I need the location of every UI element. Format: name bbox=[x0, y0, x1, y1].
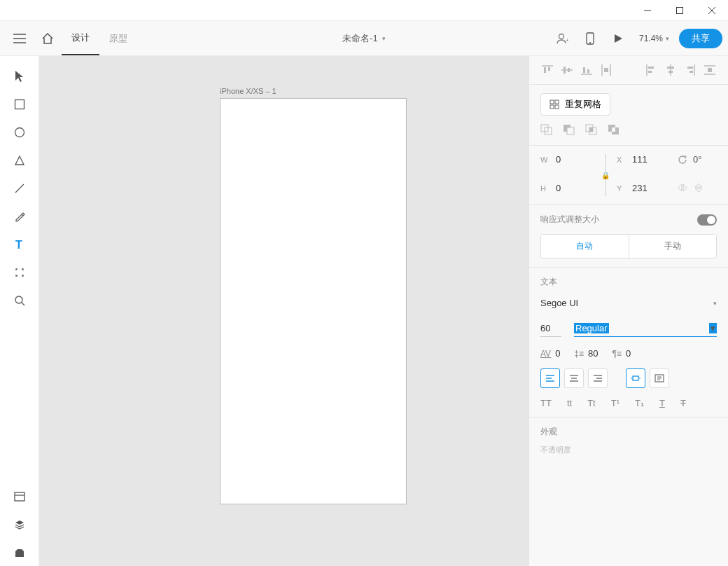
svg-rect-66 bbox=[633, 376, 638, 380]
width-input[interactable] bbox=[556, 154, 584, 165]
design-canvas[interactable]: iPhone X/XS – 1 bbox=[39, 56, 528, 566]
line-tool[interactable] bbox=[6, 175, 34, 202]
height-label: H bbox=[540, 184, 552, 193]
window-close-button[interactable] bbox=[696, 0, 728, 21]
appearance-label: 外观 bbox=[540, 426, 717, 438]
text-tool[interactable]: T bbox=[6, 231, 34, 258]
align-bottom-icon[interactable] bbox=[580, 63, 594, 77]
appearance-section: 外观 不透明度 bbox=[529, 417, 728, 455]
assets-panel-button[interactable] bbox=[6, 483, 34, 510]
geometry-section: W H 🔒 X bbox=[529, 146, 728, 205]
window-minimize-button[interactable] bbox=[631, 0, 664, 21]
paragraph-spacing-value: 0 bbox=[626, 348, 631, 359]
rotation-input[interactable] bbox=[693, 154, 710, 165]
pen-tool[interactable] bbox=[6, 203, 34, 230]
polygon-tool[interactable] bbox=[6, 147, 34, 174]
chevron-down-icon: ▾ bbox=[666, 35, 669, 42]
paragraph-spacing-icon: ¶≡ bbox=[612, 349, 622, 359]
flip-h-icon[interactable] bbox=[678, 184, 687, 192]
plugins-panel-button[interactable] bbox=[6, 539, 34, 566]
rotate-icon[interactable] bbox=[678, 155, 687, 165]
menu-button[interactable] bbox=[6, 25, 34, 53]
align-right-icon[interactable] bbox=[683, 63, 697, 77]
zoom-tool[interactable] bbox=[6, 287, 34, 314]
align-top-icon[interactable] bbox=[540, 63, 554, 77]
boolean-add-icon[interactable] bbox=[540, 124, 554, 137]
font-weight-select[interactable]: Regular ▾ bbox=[574, 322, 717, 337]
text-align-right-button[interactable] bbox=[588, 368, 608, 388]
responsive-auto-button[interactable]: 自动 bbox=[541, 235, 629, 258]
y-input[interactable] bbox=[632, 183, 660, 193]
tab-design[interactable]: 设计 bbox=[62, 22, 99, 55]
boolean-exclude-icon[interactable] bbox=[608, 124, 622, 137]
rectangle-tool[interactable] bbox=[6, 91, 34, 118]
font-size-input[interactable] bbox=[540, 323, 561, 337]
tab-prototype[interactable]: 原型 bbox=[99, 22, 137, 55]
responsive-toggle[interactable] bbox=[697, 214, 717, 226]
distribute-h-icon[interactable] bbox=[703, 63, 717, 77]
artboard[interactable] bbox=[220, 98, 407, 504]
play-preview-button[interactable] bbox=[607, 27, 629, 50]
lock-aspect-button[interactable]: 🔒 bbox=[601, 154, 610, 196]
text-autowidth-button[interactable] bbox=[626, 368, 645, 388]
invite-user-button[interactable]: + bbox=[551, 27, 573, 50]
x-label: X bbox=[617, 156, 628, 164]
distribute-v-icon[interactable] bbox=[599, 63, 613, 77]
svg-rect-24 bbox=[568, 68, 570, 72]
x-input[interactable] bbox=[632, 154, 660, 165]
text-align-left-button[interactable] bbox=[540, 368, 560, 388]
svg-rect-35 bbox=[667, 67, 674, 69]
svg-rect-17 bbox=[15, 492, 24, 501]
home-button[interactable] bbox=[34, 25, 62, 53]
underline-button[interactable]: T bbox=[659, 398, 665, 408]
svg-rect-21 bbox=[548, 67, 550, 71]
text-fixedsize-button[interactable] bbox=[650, 368, 669, 388]
align-left-icon[interactable] bbox=[644, 63, 658, 77]
layers-panel-button[interactable] bbox=[6, 511, 34, 538]
char-spacing-input[interactable]: AV 0 bbox=[540, 348, 560, 359]
width-label: W bbox=[540, 156, 552, 164]
svg-rect-33 bbox=[648, 71, 652, 73]
strikethrough-button[interactable]: T bbox=[680, 398, 686, 408]
select-tool[interactable] bbox=[6, 63, 34, 90]
text-align-center-button[interactable] bbox=[564, 368, 584, 388]
document-title[interactable]: 未命名-1 ▾ bbox=[342, 32, 386, 45]
line-spacing-input[interactable]: ‡≡ 80 bbox=[574, 348, 598, 359]
svg-line-16 bbox=[22, 303, 24, 305]
align-vcenter-icon[interactable] bbox=[560, 63, 574, 77]
font-family-select[interactable]: Segoe UI ▾ bbox=[540, 295, 717, 312]
zoom-value: 71.4% bbox=[639, 34, 663, 43]
zoom-control[interactable]: 71.4% ▾ bbox=[635, 34, 673, 43]
window-maximize-button[interactable] bbox=[664, 0, 696, 21]
boolean-subtract-icon[interactable] bbox=[563, 124, 577, 137]
boolean-intersect-icon[interactable] bbox=[585, 124, 599, 137]
titlecase-button[interactable]: Tt bbox=[587, 398, 596, 408]
artboard-tool[interactable] bbox=[6, 259, 34, 286]
subscript-button[interactable]: T₁ bbox=[635, 398, 644, 408]
lowercase-button[interactable]: tt bbox=[567, 398, 572, 408]
paragraph-spacing-input[interactable]: ¶≡ 0 bbox=[612, 348, 631, 359]
svg-rect-46 bbox=[555, 105, 559, 109]
repeat-grid-button[interactable]: 重复网格 bbox=[540, 93, 610, 116]
font-weight-value: Regular bbox=[574, 323, 609, 333]
device-preview-button[interactable] bbox=[579, 27, 601, 50]
svg-rect-23 bbox=[564, 67, 566, 74]
window-titlebar bbox=[0, 0, 728, 21]
share-button[interactable]: 共享 bbox=[679, 29, 722, 48]
align-hcenter-icon[interactable] bbox=[664, 63, 678, 77]
y-label: Y bbox=[617, 184, 628, 193]
height-input[interactable] bbox=[556, 183, 584, 193]
responsive-manual-button[interactable]: 手动 bbox=[629, 235, 717, 258]
ellipse-tool[interactable] bbox=[6, 119, 34, 146]
superscript-button[interactable]: T¹ bbox=[611, 398, 620, 408]
artboard-label[interactable]: iPhone X/XS – 1 bbox=[220, 87, 276, 95]
uppercase-button[interactable]: TT bbox=[540, 398, 552, 408]
svg-rect-39 bbox=[690, 71, 693, 73]
line-spacing-icon: ‡≡ bbox=[574, 349, 584, 359]
flip-v-icon[interactable] bbox=[694, 183, 703, 193]
top-toolbar: 设计 原型 未命名-1 ▾ + 71.4% ▾ 共享 bbox=[0, 21, 728, 56]
svg-rect-26 bbox=[583, 67, 585, 73]
grid-icon bbox=[550, 99, 559, 109]
tool-rail: T bbox=[0, 56, 39, 566]
opacity-label: 不透明度 bbox=[540, 445, 717, 455]
